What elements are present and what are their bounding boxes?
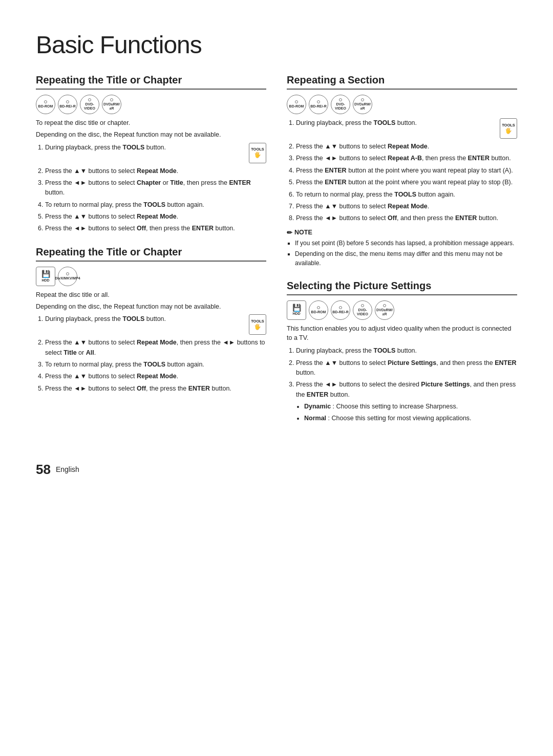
steps-list-repeating-section: TOOLS 🖐 During playback, press the TOOLS… xyxy=(287,118,517,224)
badge-bd-re-r-2: BD-RE/-R xyxy=(309,95,328,114)
intro-text-4: Depending on the disc, the Repeat functi… xyxy=(36,302,266,312)
step-1: TOOLS 🖐 During playback, press the TOOLS… xyxy=(45,143,266,164)
disc-icons-repeating: BD-ROM BD-RE/-R DVD-VIDEO DVD±RW/±R xyxy=(287,95,517,114)
rs-step-2: Press the ▲▼ buttons to select Repeat Mo… xyxy=(296,142,517,152)
hdd-step-1: TOOLS 🖐 During playback, press the TOOLS… xyxy=(45,314,266,336)
note-title: ✏ NOTE xyxy=(287,229,517,236)
step-3: Press the ◄► buttons to select Chapter o… xyxy=(45,178,266,198)
picture-intro-1: This function enables you to adjust vide… xyxy=(287,324,517,343)
intro-text-3: Repeat the disc title or all. xyxy=(36,290,266,300)
section-picture-settings: Selecting the Picture Settings 💾 HDD BD-… xyxy=(287,280,517,424)
section-repeat-title-bd: Repeating the Title or Chapter BD-ROM BD… xyxy=(36,74,266,234)
note-label: NOTE xyxy=(294,229,312,236)
rs-step-3: Press the ◄► buttons to select Repeat A-… xyxy=(296,154,517,163)
intro-text-1: To repeat the disc title or chapter. xyxy=(36,118,266,128)
disc-icons-hdd: 💾 HDD DivX/MKV/MP4 xyxy=(36,267,266,286)
step-4: To return to normal play, press the TOOL… xyxy=(45,200,266,210)
steps-list-picture: During playback, press the TOOLS button.… xyxy=(287,346,517,424)
note-icon: ✏ xyxy=(287,229,292,236)
hdd-step-3: To return to normal play, press the TOOL… xyxy=(45,360,266,370)
badge-hdd-2: 💾 HDD xyxy=(287,300,306,320)
badge-dvd-video: DVD-VIDEO xyxy=(80,95,99,114)
bullet-normal: Normal : Choose this setting for most vi… xyxy=(304,414,517,423)
page-footer: 58 English xyxy=(36,462,517,478)
disc-icons-repeat-bd: BD-ROM BD-RE/-R DVD-VIDEO DVD±RW/±R xyxy=(36,95,266,114)
badge-dvd-rw-r: DVD±RW/±R xyxy=(102,95,121,114)
note-item-1: If you set point (B) before 5 seconds ha… xyxy=(295,239,517,248)
badge-bd-rom-3: BD-ROM xyxy=(309,300,328,320)
badge-bd-rom-r: BD-ROM xyxy=(287,95,306,114)
tools-icon-2: TOOLS 🖐 xyxy=(249,314,266,335)
ps-step-2: Press the ▲▼ buttons to select Picture S… xyxy=(296,358,517,378)
rs-step-4: Press the ENTER button at the point wher… xyxy=(296,166,517,176)
hdd-step-4: Press the ▲▼ buttons to select Repeat Mo… xyxy=(45,372,266,381)
badge-dvd-rw-r-3: DVD±RW/±R xyxy=(375,300,394,320)
section-title-repeat-bd: Repeating the Title or Chapter xyxy=(36,74,266,90)
page-language: English xyxy=(56,465,79,473)
page-number: 58 xyxy=(36,462,51,478)
section-repeat-title-hdd: Repeating the Title or Chapter 💾 HDD Div… xyxy=(36,246,266,394)
steps-list-repeat-hdd: TOOLS 🖐 During playback, press the TOOLS… xyxy=(36,314,266,394)
disc-icons-picture: 💾 HDD BD-ROM BD-RE/-R DVD-VIDEO D xyxy=(287,300,517,320)
rs-step-1: TOOLS 🖐 During playback, press the TOOLS… xyxy=(296,118,517,140)
rs-step-5: Press the ENTER button at the point wher… xyxy=(296,178,517,187)
rs-step-6: To return to normal play, press the TOOL… xyxy=(296,190,517,200)
tools-icon-1: TOOLS 🖐 xyxy=(249,143,266,163)
right-column: Repeating a Section BD-ROM BD-RE/-R DVD-… xyxy=(287,74,517,436)
badge-dvd-rw-r-2: DVD±RW/±R xyxy=(353,95,372,114)
page-title: Basic Functions xyxy=(36,31,517,59)
note-item-2: Depending on the disc, the menu items ma… xyxy=(295,249,517,268)
intro-text-2: Depending on the disc, the Repeat functi… xyxy=(36,130,266,140)
badge-bd-re-r: BD-RE/-R xyxy=(58,95,77,114)
left-column: Repeating the Title or Chapter BD-ROM BD… xyxy=(36,74,266,436)
section-title-repeat-hdd: Repeating the Title or Chapter xyxy=(36,246,266,262)
badge-bd-rom: BD-ROM xyxy=(36,95,55,114)
hdd-step-5: Press the ◄► buttons to select Off, the … xyxy=(45,384,266,394)
section-title-picture-settings: Selecting the Picture Settings xyxy=(287,280,517,295)
step-5: Press the ▲▼ buttons to select Repeat Mo… xyxy=(45,212,266,222)
badge-dvd-video-3: DVD-VIDEO xyxy=(353,300,372,320)
rs-step-7: Press the ▲▼ buttons to select Repeat Mo… xyxy=(296,202,517,211)
note-list: If you set point (B) before 5 seconds ha… xyxy=(287,239,517,268)
tools-icon-3: TOOLS 🖐 xyxy=(500,118,517,139)
hdd-step-2: Press the ▲▼ buttons to select Repeat Mo… xyxy=(45,338,266,358)
ps-step-1: During playback, press the TOOLS button. xyxy=(296,346,517,356)
badge-divx: DivX/MKV/MP4 xyxy=(58,267,77,286)
steps-list-repeat-bd: TOOLS 🖐 During playback, press the TOOLS… xyxy=(36,143,266,234)
badge-dvd-video-2: DVD-VIDEO xyxy=(331,95,350,114)
badge-hdd: 💾 HDD xyxy=(36,267,55,286)
section-title-repeating-section: Repeating a Section xyxy=(287,74,517,90)
step-2: Press the ▲▼ buttons to select Repeat Mo… xyxy=(45,166,266,176)
badge-bd-re-r-3: BD-RE/-R xyxy=(331,300,350,320)
note-box: ✏ NOTE If you set point (B) before 5 sec… xyxy=(287,229,517,268)
picture-bullet-list: Dynamic : Choose this setting to increas… xyxy=(296,402,517,424)
section-repeating-section: Repeating a Section BD-ROM BD-RE/-R DVD-… xyxy=(287,74,517,268)
ps-step-3: Press the ◄► buttons to select the desir… xyxy=(296,380,517,424)
step-6: Press the ◄► buttons to select Off, then… xyxy=(45,224,266,233)
rs-step-8: Press the ◄► buttons to select Off, and … xyxy=(296,213,517,223)
bullet-dynamic: Dynamic : Choose this setting to increas… xyxy=(304,402,517,412)
